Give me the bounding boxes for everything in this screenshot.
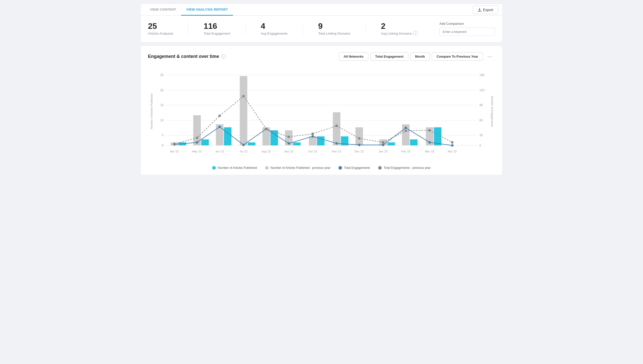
keyword-input[interactable] bbox=[439, 28, 495, 36]
legend-label-articles: Number of Articles Published bbox=[218, 166, 257, 170]
stat-total-linking-domains: 9 Total Linking Domains bbox=[318, 22, 350, 35]
month-button[interactable]: Month bbox=[410, 52, 430, 61]
stat-divider-3 bbox=[303, 22, 303, 35]
chart-card: Engagement & content over time i All Net… bbox=[141, 46, 502, 175]
svg-point-65 bbox=[358, 144, 360, 146]
legend-dot-articles-prev bbox=[265, 166, 269, 170]
svg-text:10: 10 bbox=[160, 119, 164, 122]
download-icon bbox=[478, 8, 482, 12]
chart-legend: Number of Articles Published Number of A… bbox=[148, 166, 495, 170]
svg-text:Dec '22: Dec '22 bbox=[355, 150, 364, 153]
svg-point-60 bbox=[242, 144, 245, 146]
legend-label-engagements: Total Engagements bbox=[344, 166, 370, 170]
svg-rect-38 bbox=[333, 112, 340, 145]
stat-avg-linking-domains: 2 Avg Linking Domains i bbox=[381, 22, 418, 35]
svg-point-69 bbox=[451, 144, 454, 147]
svg-rect-53 bbox=[387, 142, 395, 145]
svg-rect-34 bbox=[240, 76, 247, 145]
tab-view-content[interactable]: VIEW CONTENT bbox=[145, 4, 181, 16]
svg-point-66 bbox=[382, 144, 384, 146]
svg-text:150: 150 bbox=[479, 73, 484, 77]
stat-total-engagement: 116 Total Engagement bbox=[204, 22, 230, 35]
svg-point-62 bbox=[288, 142, 290, 145]
svg-text:Mar '23: Mar '23 bbox=[425, 150, 434, 153]
svg-rect-39 bbox=[355, 127, 363, 146]
svg-text:Jan '23: Jan '23 bbox=[379, 150, 388, 153]
avg-linking-domains-info-icon[interactable]: i bbox=[413, 31, 418, 35]
svg-point-71 bbox=[196, 136, 198, 139]
chart-area: 25 20 15 10 5 0 Number of Articles Publi… bbox=[148, 66, 495, 162]
svg-text:90: 90 bbox=[479, 103, 483, 107]
svg-text:30: 30 bbox=[479, 133, 483, 137]
svg-point-72 bbox=[218, 115, 221, 117]
legend-label-articles-prev: Number of Articles Published - previous … bbox=[271, 166, 331, 170]
tabs-left: VIEW CONTENT VIEW ANALYSIS REPORT bbox=[145, 4, 233, 15]
stat-articles-analyzed: 25 Articles Analyzed bbox=[148, 22, 173, 35]
stat-divider-2 bbox=[245, 22, 246, 35]
page-wrapper: VIEW CONTENT VIEW ANALYSIS REPORT Export… bbox=[137, 0, 506, 179]
svg-point-74 bbox=[265, 128, 267, 130]
legend-label-engagements-prev: Total Engagements - previous year bbox=[384, 166, 431, 170]
svg-point-59 bbox=[218, 126, 221, 128]
svg-point-70 bbox=[173, 143, 176, 145]
svg-rect-49 bbox=[293, 142, 301, 145]
svg-text:Nov '22: Nov '22 bbox=[332, 150, 341, 153]
left-axis-title: Number of Articles Published bbox=[150, 94, 153, 129]
legend-dot-articles bbox=[212, 166, 216, 170]
total-engagement-button[interactable]: Total Engagement bbox=[370, 52, 408, 61]
svg-text:5: 5 bbox=[162, 133, 164, 137]
top-tabs: VIEW CONTENT VIEW ANALYSIS REPORT Export bbox=[141, 4, 502, 16]
chart-header: Engagement & content over time i All Net… bbox=[148, 52, 495, 61]
svg-rect-47 bbox=[248, 142, 255, 145]
svg-text:Feb '23: Feb '23 bbox=[401, 150, 410, 153]
svg-text:15: 15 bbox=[160, 103, 164, 107]
svg-point-76 bbox=[311, 133, 314, 135]
svg-text:Jul '22: Jul '22 bbox=[240, 150, 247, 153]
export-button[interactable]: Export bbox=[473, 6, 498, 14]
stats-card: 25 Articles Analyzed 116 Total Engagemen… bbox=[141, 16, 502, 42]
svg-text:Apr '22: Apr '22 bbox=[170, 150, 179, 153]
legend-articles-prev-year: Number of Articles Published - previous … bbox=[265, 166, 331, 170]
add-comparison: Add Comparison bbox=[439, 22, 495, 36]
x-axis-labels: Apr '22 May '22 Jun '22 Jul '22 Aug '22 … bbox=[170, 150, 457, 153]
stat-avg-engagements: 4 Avg Engagements bbox=[261, 22, 288, 35]
chart-controls: All Networks Total Engagement Month Comp… bbox=[339, 52, 495, 61]
svg-text:Jun '22: Jun '22 bbox=[215, 150, 224, 153]
svg-point-80 bbox=[404, 130, 407, 132]
svg-point-78 bbox=[358, 137, 360, 140]
legend-total-engagements: Total Engagements bbox=[338, 166, 370, 170]
svg-point-73 bbox=[242, 95, 245, 97]
svg-point-68 bbox=[428, 141, 431, 144]
legend-dot-engagements bbox=[338, 166, 342, 170]
compare-button[interactable]: Compare To Previous Year bbox=[432, 52, 483, 61]
svg-point-75 bbox=[288, 136, 290, 138]
svg-text:Oct '22: Oct '22 bbox=[308, 150, 317, 153]
svg-rect-45 bbox=[201, 139, 209, 145]
svg-text:May '22: May '22 bbox=[192, 150, 202, 153]
svg-text:0: 0 bbox=[479, 144, 481, 147]
svg-point-81 bbox=[428, 129, 431, 132]
all-networks-button[interactable]: All Networks bbox=[339, 52, 369, 61]
chart-title-row: Engagement & content over time i bbox=[148, 54, 226, 59]
legend-dot-engagements-prev bbox=[378, 166, 382, 170]
svg-text:120: 120 bbox=[479, 88, 484, 92]
svg-text:60: 60 bbox=[479, 119, 483, 122]
svg-point-64 bbox=[335, 142, 338, 145]
svg-point-58 bbox=[196, 141, 198, 144]
tab-view-analysis[interactable]: VIEW ANALYSIS REPORT bbox=[181, 4, 233, 16]
right-axis-title: Number of Engagements bbox=[491, 96, 494, 127]
svg-text:Apr '23: Apr '23 bbox=[448, 150, 457, 153]
svg-text:Sep '22: Sep '22 bbox=[284, 150, 293, 153]
svg-point-82 bbox=[451, 141, 454, 144]
svg-rect-37 bbox=[309, 136, 316, 145]
left-axis-labels: 25 20 15 10 5 0 bbox=[160, 73, 164, 147]
svg-text:25: 25 bbox=[160, 73, 164, 77]
svg-point-63 bbox=[311, 135, 314, 138]
chart-svg: 25 20 15 10 5 0 Number of Articles Publi… bbox=[148, 66, 495, 162]
svg-point-67 bbox=[404, 127, 407, 129]
chart-info-icon[interactable]: i bbox=[221, 54, 226, 59]
svg-point-79 bbox=[382, 141, 384, 144]
svg-text:0: 0 bbox=[162, 144, 164, 147]
stat-divider-1 bbox=[188, 22, 188, 35]
more-options-button[interactable]: ··· bbox=[485, 52, 495, 61]
